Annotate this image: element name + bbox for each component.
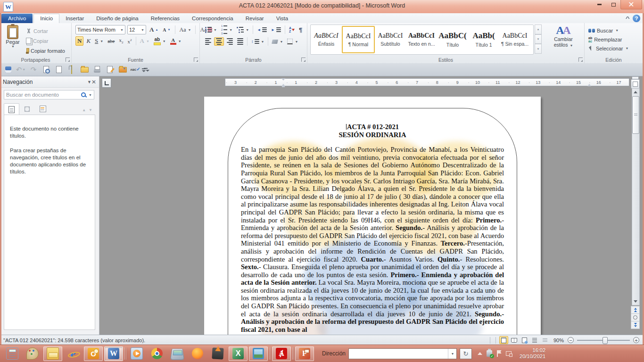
navigation-close-icon[interactable]: ✕	[91, 79, 96, 85]
select-button[interactable]: Seleccionar▼	[585, 44, 643, 53]
vertical-scrollbar[interactable]	[631, 76, 640, 335]
nav-tab-headings[interactable]	[4, 103, 19, 115]
font-size-combobox[interactable]: 12▼	[127, 25, 146, 34]
format-painter-button[interactable]: Copiar formato	[25, 46, 66, 56]
style-titulo-1[interactable]: AaBb(Título 1	[468, 26, 499, 52]
character-count-status[interactable]: "ACTA 012 24062021": 24.598 caracteres (…	[0, 337, 488, 343]
style--sin-espa-[interactable]: AaBbCcI¶ Sin espa...	[499, 26, 530, 52]
copy-button[interactable]: Copiar	[25, 36, 66, 46]
collapse-ribbon-icon[interactable]: ^	[625, 16, 629, 21]
bullets-button[interactable]: ▼	[204, 26, 218, 33]
taskbar-app-firefox[interactable]	[188, 346, 207, 361]
tab-referencias[interactable]: Referencias	[145, 14, 186, 23]
spelling-icon[interactable]: ABC	[131, 66, 140, 74]
show-hidden-icons-button[interactable]	[478, 352, 482, 355]
style-subtitulo[interactable]: AaBbCcISubtítulo	[375, 26, 406, 52]
change-case-button[interactable]: Aa▼	[178, 26, 193, 34]
search-options-chevron-icon[interactable]: ▼	[89, 93, 92, 97]
highlight-color-button[interactable]: ab▼	[152, 37, 167, 46]
font-family-combobox[interactable]: Times New Rom▼	[75, 25, 125, 34]
taskbar-app-chrome[interactable]	[148, 346, 166, 361]
paragraph-dialog-launcher-icon[interactable]	[301, 58, 305, 62]
address-input[interactable]: ▼	[348, 348, 457, 359]
grow-font-button[interactable]: A▲	[148, 25, 159, 34]
folder-special-icon[interactable]	[118, 66, 127, 74]
justify-button[interactable]	[236, 38, 245, 45]
previous-page-button[interactable]	[631, 306, 640, 314]
style-titulo[interactable]: AaBbC(Título	[437, 26, 468, 52]
tab-correspondencia[interactable]: Correspondencia	[186, 14, 239, 23]
taskbar-app-paint[interactable]	[23, 346, 42, 361]
tab-insertar[interactable]: Insertar	[59, 14, 90, 23]
scroll-down-icon[interactable]	[632, 298, 638, 304]
previous-heading-icon[interactable]: ▲	[82, 108, 86, 112]
styles-scroll-down-button[interactable]: ▼	[535, 34, 542, 44]
horizontal-ruler[interactable]: 3211234567891011121314151617	[225, 78, 629, 86]
cut-button[interactable]: Cortar	[25, 26, 66, 36]
taskbar-app-outlook[interactable]	[84, 346, 103, 361]
action-center-tray-icon[interactable]	[496, 350, 502, 357]
next-page-button[interactable]	[631, 321, 640, 329]
navigation-options-icon[interactable]: ▼	[87, 80, 91, 84]
zoom-level[interactable]: 90%	[553, 337, 564, 343]
shading-button[interactable]: ▼	[271, 39, 284, 44]
attachment-icon[interactable]	[67, 66, 76, 74]
increase-indent-button[interactable]: ►	[270, 27, 282, 33]
nav-tab-results[interactable]	[35, 103, 50, 115]
taskbar-app-burner[interactable]	[208, 346, 227, 361]
select-browse-object-button[interactable]	[631, 313, 640, 321]
tab-diseno-de-pagina[interactable]: Diseño de página	[90, 14, 145, 23]
edit-page-icon[interactable]	[106, 66, 114, 74]
borders-button[interactable]: ▼	[286, 38, 299, 45]
help-icon[interactable]: ?	[633, 15, 640, 22]
taskbar-app-powerpoint[interactable]	[295, 346, 314, 361]
new-document-icon[interactable]	[55, 66, 63, 74]
change-styles-button[interactable]: AA Cambiar estilos ▼	[544, 24, 583, 55]
italic-button[interactable]: K	[85, 37, 92, 45]
next-heading-icon[interactable]: ▼	[89, 108, 92, 112]
find-button[interactable]: Buscar▼	[585, 26, 643, 35]
align-right-button[interactable]	[225, 38, 234, 45]
taskbar-app-word[interactable]	[104, 346, 123, 361]
style-texto-en-n-[interactable]: AaBbCcITexto en n...	[406, 26, 437, 52]
zoom-slider[interactable]	[577, 337, 630, 344]
print-preview-icon[interactable]	[42, 66, 50, 74]
address-dropdown-icon[interactable]: ▼	[448, 349, 456, 359]
paste-button[interactable]: Pegar ▼	[3, 25, 23, 55]
line-spacing-button[interactable]: ↕▼	[250, 39, 265, 44]
tab-stop-selector[interactable]	[102, 78, 111, 88]
draft-view-button[interactable]	[541, 336, 550, 344]
nav-tab-pages[interactable]	[19, 103, 35, 115]
align-left-button[interactable]	[204, 38, 213, 45]
tab-inicio[interactable]: Inicio	[33, 14, 59, 23]
multilevel-list-button[interactable]: ▼	[235, 26, 250, 33]
print-icon[interactable]	[93, 66, 101, 74]
taskbar-app-excel[interactable]	[229, 346, 248, 361]
taskbar-clock[interactable]: 16:02 20/10/2021	[520, 347, 545, 360]
style-enfasis[interactable]: AaBbCcIÉnfasis	[311, 26, 342, 52]
font-color-button[interactable]: A▼	[169, 37, 183, 45]
outline-view-button[interactable]	[530, 336, 539, 344]
taskbar-app-wmp[interactable]	[127, 346, 146, 361]
web-layout-view-button[interactable]	[520, 336, 529, 344]
usb-device-tray-icon[interactable]	[487, 350, 492, 357]
clipboard-dialog-launcher-icon[interactable]	[66, 58, 70, 62]
zoom-slider-thumb[interactable]	[603, 337, 608, 344]
shrink-font-button[interactable]: A▼	[161, 27, 172, 33]
tab-archivo[interactable]: Archivo	[1, 14, 33, 23]
search-icon[interactable]	[81, 92, 86, 98]
taskbar-app-cad[interactable]	[272, 346, 291, 361]
styles-more-button[interactable]: ▼	[535, 44, 542, 54]
bold-button[interactable]: N	[75, 36, 83, 46]
ruler-toggle-button[interactable]	[631, 79, 640, 89]
taskbar-app-scanner[interactable]	[168, 346, 187, 361]
show-paragraph-marks-button[interactable]: ¶	[297, 26, 304, 34]
numbering-button[interactable]: 123▼	[220, 24, 234, 35]
decrease-indent-button[interactable]: ◄	[256, 27, 268, 33]
full-screen-reading-view-button[interactable]	[510, 336, 519, 344]
align-center-button[interactable]	[214, 37, 224, 46]
address-go-button[interactable]: ↻	[460, 348, 472, 359]
scrollbar-thumb[interactable]	[632, 96, 639, 134]
taskbar-app-photo-viewer[interactable]	[249, 346, 268, 361]
zoom-in-button[interactable]: +	[633, 337, 639, 343]
